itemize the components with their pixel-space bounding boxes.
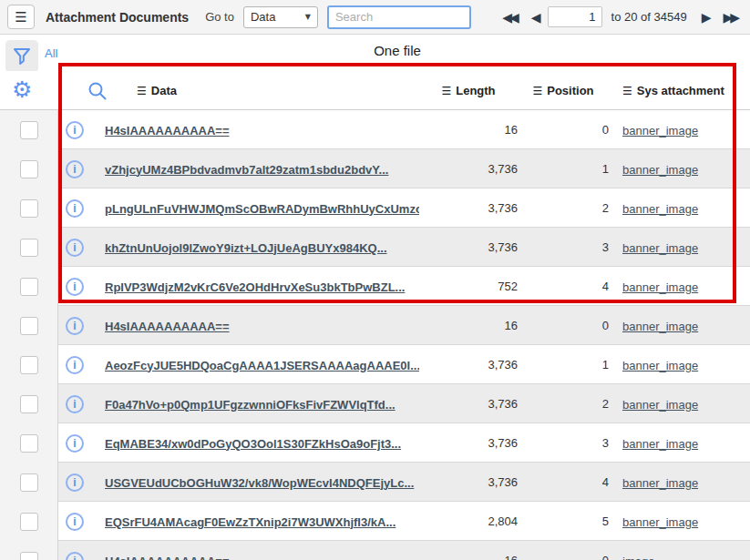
last-page-icon[interactable]: ▶▶ — [717, 10, 743, 25]
table-row: i H4sIAAAAAAAAAA== 16 0 banner_image — [0, 110, 750, 149]
data-cell: USGVEUdUCbOGHuW32/vk8/WopWEcvI4NDQFEjyLc… — [91, 474, 419, 491]
column-menu-icon[interactable]: ☰ — [441, 85, 451, 97]
info-icon[interactable]: i — [66, 121, 84, 139]
row-checkbox[interactable] — [20, 160, 38, 178]
row-checkbox[interactable] — [20, 121, 38, 139]
info-cell: i — [58, 395, 91, 413]
info-cell: i — [58, 160, 91, 178]
info-icon[interactable]: i — [66, 434, 84, 453]
sys-cell: banner_image — [609, 474, 750, 491]
row-checkbox[interactable] — [20, 395, 38, 413]
info-icon[interactable]: i — [66, 239, 84, 257]
column-header-sys-attachment[interactable]: ☰ Sys attachment — [622, 71, 724, 110]
info-icon[interactable]: i — [66, 513, 84, 531]
position-value: 5 — [518, 514, 609, 528]
sys-attachment-link[interactable]: image — [622, 555, 654, 560]
menu-button[interactable]: ☰ — [7, 5, 35, 29]
info-icon[interactable]: i — [66, 552, 84, 560]
filter-all-link[interactable]: All — [45, 46, 57, 60]
checkbox-cell — [0, 228, 58, 267]
row-checkbox[interactable] — [20, 278, 38, 296]
data-link[interactable]: USGVEUdUCbOGHuW32/vk8/WopWEcvI4NDQFEjyLc… — [105, 476, 414, 490]
sys-attachment-link[interactable]: banner_image — [622, 241, 698, 255]
info-cell: i — [58, 317, 91, 335]
row-checkbox[interactable] — [20, 317, 38, 335]
info-icon[interactable]: i — [66, 278, 84, 296]
next-page-icon[interactable]: ▶ — [696, 10, 714, 25]
goto-label: Go to — [205, 10, 234, 24]
sys-cell: banner_image — [609, 435, 750, 452]
sys-attachment-link[interactable]: banner_image — [622, 163, 698, 177]
column-header-length[interactable]: ☰ Length — [419, 71, 518, 110]
goto-column-select[interactable]: Data ▼ — [243, 6, 318, 28]
info-icon[interactable]: i — [66, 160, 84, 178]
row-checkbox[interactable] — [20, 239, 38, 257]
info-cell: i — [58, 278, 91, 296]
sys-attachment-link[interactable]: banner_image — [622, 202, 698, 216]
data-link[interactable]: pLngULnFuVHWJMQmScOBwRADymBwRhhUyCxUmzoT… — [105, 202, 419, 216]
funnel-icon — [11, 46, 33, 67]
data-link[interactable]: khZtnUnUojol9lZwoY9izt+LOJjUeAgBUYx984KQ… — [105, 241, 387, 255]
row-checkbox[interactable] — [20, 473, 38, 492]
data-link[interactable]: H4sIAAAAAAAAAA== — [105, 320, 230, 333]
sys-attachment-link[interactable]: banner_image — [622, 124, 698, 137]
sys-attachment-link[interactable]: banner_image — [622, 515, 698, 529]
table-row: i H4sIAAAAAAAAAA== 16 0 banner_image — [0, 306, 750, 345]
data-link[interactable]: vZhjcyUMz4BPbdvadmvb7alt29zatm1sbdu2bdvY… — [105, 163, 388, 177]
column-menu-icon[interactable]: ☰ — [137, 85, 147, 97]
info-cell: i — [58, 434, 91, 453]
checkbox-cell — [0, 306, 58, 345]
previous-page-icon[interactable]: ◀ — [526, 10, 544, 25]
first-page-icon[interactable]: ◀◀ — [497, 10, 522, 25]
search-input[interactable] — [327, 5, 471, 29]
data-link[interactable]: H4sIAAAAAAAAAA== — [105, 124, 230, 137]
data-cell: EQSrFU4AMAcagF0EwZzTXnip2i7W3UWXhjfI3/kA… — [91, 514, 419, 530]
info-icon[interactable]: i — [66, 473, 84, 492]
checkbox-cell — [0, 423, 58, 463]
gear-icon[interactable]: ⚙ — [12, 76, 32, 104]
row-checkbox[interactable] — [20, 552, 38, 560]
data-link[interactable]: AeozFcyJUE5HDQoaCgAAAA1JSERSAAAAagAAAE0I… — [105, 359, 419, 372]
row-checkbox[interactable] — [20, 199, 38, 218]
data-link[interactable]: H4sIAAAAAAAAAA== — [105, 555, 230, 560]
sys-attachment-link[interactable]: banner_image — [622, 437, 698, 451]
sys-attachment-link[interactable]: banner_image — [622, 476, 698, 490]
data-link[interactable]: EQSrFU4AMAcagF0EwZzTXnip2i7W3UWXhjfI3/kA… — [105, 515, 396, 529]
length-value: 16 — [419, 319, 518, 332]
info-icon[interactable]: i — [66, 317, 84, 335]
data-cell: vZhjcyUMz4BPbdvadmvb7alt29zatm1sbdu2bdvY… — [91, 161, 419, 178]
top-bar: ☰ Attachment Documents Go to Data ▼ ◀◀ ◀… — [0, 0, 750, 35]
column-menu-icon[interactable]: ☰ — [532, 85, 542, 97]
row-checkbox[interactable] — [20, 513, 38, 531]
info-icon[interactable]: i — [66, 199, 84, 218]
search-icon[interactable] — [87, 80, 108, 102]
column-menu-icon[interactable]: ☰ — [622, 85, 632, 97]
info-icon[interactable]: i — [66, 356, 84, 374]
sys-attachment-link[interactable]: banner_image — [622, 359, 698, 372]
sys-cell: banner_image — [609, 161, 750, 178]
length-value: 2,804 — [419, 514, 518, 528]
checkbox-cell — [0, 463, 58, 502]
row-checkbox[interactable] — [20, 356, 38, 374]
position-value: 3 — [518, 436, 609, 450]
page-title: Attachment Documents — [46, 10, 189, 25]
chevron-down-icon: ▼ — [305, 13, 311, 21]
page-number-input[interactable] — [548, 6, 602, 27]
info-cell: i — [58, 552, 91, 560]
length-value: 16 — [419, 554, 518, 560]
column-header-position[interactable]: ☰ Position — [518, 71, 609, 110]
data-link[interactable]: RpIVP3WdjzM2vKrC6Ve2OHdHrvXeSu3bkTbPwBZL… — [105, 280, 405, 294]
checkbox-cell — [0, 267, 58, 306]
column-header-data[interactable]: ☰ Data — [137, 71, 177, 110]
info-icon[interactable]: i — [66, 395, 84, 413]
sys-attachment-link[interactable]: banner_image — [622, 320, 698, 333]
sys-attachment-link[interactable]: banner_image — [622, 280, 698, 294]
filter-bar: All — [0, 35, 750, 71]
data-link[interactable]: F0a47hVo+p0Qmp1UFgzzwnniOFksFivFZWVlqTfd… — [105, 398, 396, 412]
data-cell: F0a47hVo+p0Qmp1UFgzzwnniOFksFivFZWVlqTfd… — [91, 396, 419, 412]
sys-attachment-link[interactable]: banner_image — [622, 398, 698, 412]
data-link[interactable]: EqMABE34/xw0dPoGyQO3Ool1S30FZkHsOa9oFjt3… — [105, 437, 401, 451]
filter-button[interactable] — [5, 40, 38, 73]
row-checkbox[interactable] — [20, 434, 38, 453]
data-cell: AeozFcyJUE5HDQoaCgAAAA1JSERSAAAAagAAAE0I… — [91, 357, 419, 373]
